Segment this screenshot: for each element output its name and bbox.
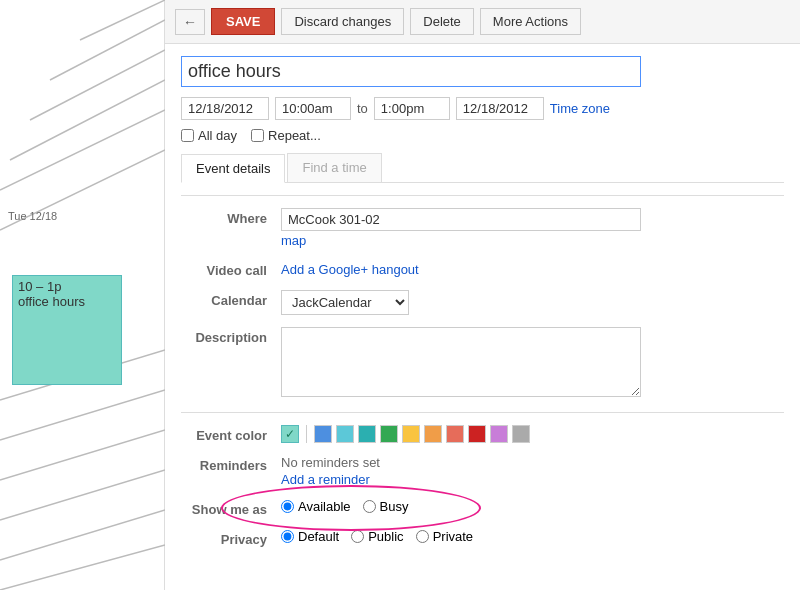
color-swatch-green[interactable] xyxy=(380,425,398,443)
private-option[interactable]: Private xyxy=(416,529,473,544)
start-time-field[interactable]: 10:00am xyxy=(275,97,351,120)
event-color-row: Event color ✓ xyxy=(181,425,784,443)
svg-line-11 xyxy=(0,545,165,590)
calendar-event-block[interactable]: 10 – 1p office hours xyxy=(12,275,122,385)
repeat-text: Repeat... xyxy=(268,128,321,143)
map-link[interactable]: map xyxy=(281,233,784,248)
show-me-as-radio-row: Available Busy xyxy=(281,499,408,514)
color-swatch-orange[interactable] xyxy=(424,425,442,443)
add-hangout-link[interactable]: Add a Google+ hangout xyxy=(281,262,784,277)
show-me-as-value: Available Busy xyxy=(281,499,784,516)
svg-line-2 xyxy=(30,50,165,120)
public-radio[interactable] xyxy=(351,530,364,543)
more-actions-button[interactable]: More Actions xyxy=(480,8,581,35)
busy-radio[interactable] xyxy=(363,500,376,513)
color-swatch-purple[interactable] xyxy=(490,425,508,443)
tab-event-details[interactable]: Event details xyxy=(181,154,285,183)
available-label: Available xyxy=(298,499,351,514)
calendar-row: Calendar JackCalendar xyxy=(181,290,784,315)
svg-line-9 xyxy=(0,470,165,520)
reminders-value: No reminders set Add a reminder xyxy=(281,455,784,487)
event-color-label: Event color xyxy=(181,425,281,443)
private-radio[interactable] xyxy=(416,530,429,543)
calendar-label: Calendar xyxy=(181,290,281,308)
repeat-label[interactable]: Repeat... xyxy=(251,128,321,143)
busy-option[interactable]: Busy xyxy=(363,499,409,514)
available-radio[interactable] xyxy=(281,500,294,513)
event-tabs: Event details Find a time xyxy=(181,153,784,183)
color-swatch-yellow[interactable] xyxy=(402,425,420,443)
color-swatch-red[interactable] xyxy=(468,425,486,443)
svg-line-10 xyxy=(0,510,165,560)
default-label: Default xyxy=(298,529,339,544)
svg-line-0 xyxy=(80,0,165,40)
day-label: Tue 12/18 xyxy=(8,210,57,222)
calendar-sidebar: Tue 12/18 10 – 1p office hours xyxy=(0,0,165,590)
tab-find-time[interactable]: Find a time xyxy=(287,153,381,182)
show-me-as-container: Available Busy xyxy=(281,499,408,514)
where-row: Where map xyxy=(181,208,784,248)
add-reminder-link[interactable]: Add a reminder xyxy=(281,472,784,487)
back-button[interactable]: ← xyxy=(175,9,205,35)
all-day-text: All day xyxy=(198,128,237,143)
start-date-field[interactable]: 12/18/2012 xyxy=(181,97,269,120)
all-day-label[interactable]: All day xyxy=(181,128,237,143)
color-swatches: ✓ xyxy=(281,425,784,443)
color-swatch-checked[interactable]: ✓ xyxy=(281,425,299,443)
reminders-row: Reminders No reminders set Add a reminde… xyxy=(181,455,784,487)
event-block-title: office hours xyxy=(18,294,116,309)
default-radio[interactable] xyxy=(281,530,294,543)
description-row: Description xyxy=(181,327,784,400)
where-value: map xyxy=(281,208,784,248)
event-title-input[interactable] xyxy=(181,56,641,87)
color-swatch-blue[interactable] xyxy=(314,425,332,443)
timezone-link[interactable]: Time zone xyxy=(550,101,610,116)
all-day-checkbox[interactable] xyxy=(181,129,194,142)
show-me-as-row: Show me as Available Busy xyxy=(181,499,784,517)
privacy-radio-row: Default Public Private xyxy=(281,529,784,544)
default-option[interactable]: Default xyxy=(281,529,339,544)
svg-line-4 xyxy=(0,110,165,190)
busy-label: Busy xyxy=(380,499,409,514)
privacy-label: Privacy xyxy=(181,529,281,547)
where-label: Where xyxy=(181,208,281,226)
delete-button[interactable]: Delete xyxy=(410,8,474,35)
color-divider xyxy=(306,425,307,443)
show-me-as-label: Show me as xyxy=(181,499,281,517)
public-label: Public xyxy=(368,529,403,544)
calendar-value: JackCalendar xyxy=(281,290,784,315)
svg-line-8 xyxy=(0,430,165,480)
no-reminders-text: No reminders set xyxy=(281,455,784,470)
color-swatch-gray[interactable] xyxy=(512,425,530,443)
video-call-label: Video call xyxy=(181,260,281,278)
svg-line-3 xyxy=(10,80,165,160)
calendar-select[interactable]: JackCalendar xyxy=(281,290,409,315)
to-label: to xyxy=(357,101,368,116)
private-label: Private xyxy=(433,529,473,544)
privacy-value: Default Public Private xyxy=(281,529,784,544)
main-panel: ← SAVE Discard changes Delete More Actio… xyxy=(165,0,800,590)
color-swatch-teal[interactable] xyxy=(358,425,376,443)
video-call-row: Video call Add a Google+ hangout xyxy=(181,260,784,278)
color-swatch-salmon[interactable] xyxy=(446,425,464,443)
section-divider-2 xyxy=(181,412,784,413)
datetime-row: 12/18/2012 10:00am to 1:00pm 12/18/2012 … xyxy=(181,97,784,120)
svg-line-7 xyxy=(0,390,165,440)
form-area: 12/18/2012 10:00am to 1:00pm 12/18/2012 … xyxy=(165,44,800,571)
save-button[interactable]: SAVE xyxy=(211,8,275,35)
checkbox-row: All day Repeat... xyxy=(181,128,784,143)
event-block-time: 10 – 1p xyxy=(18,279,116,294)
available-option[interactable]: Available xyxy=(281,499,351,514)
color-swatch-cyan[interactable] xyxy=(336,425,354,443)
end-date-field[interactable]: 12/18/2012 xyxy=(456,97,544,120)
discard-button[interactable]: Discard changes xyxy=(281,8,404,35)
end-time-field[interactable]: 1:00pm xyxy=(374,97,450,120)
repeat-checkbox[interactable] xyxy=(251,129,264,142)
section-divider-1 xyxy=(181,195,784,196)
where-input[interactable] xyxy=(281,208,641,231)
privacy-row: Privacy Default Public Private xyxy=(181,529,784,547)
description-textarea[interactable] xyxy=(281,327,641,397)
description-value xyxy=(281,327,784,400)
public-option[interactable]: Public xyxy=(351,529,403,544)
reminders-label: Reminders xyxy=(181,455,281,473)
